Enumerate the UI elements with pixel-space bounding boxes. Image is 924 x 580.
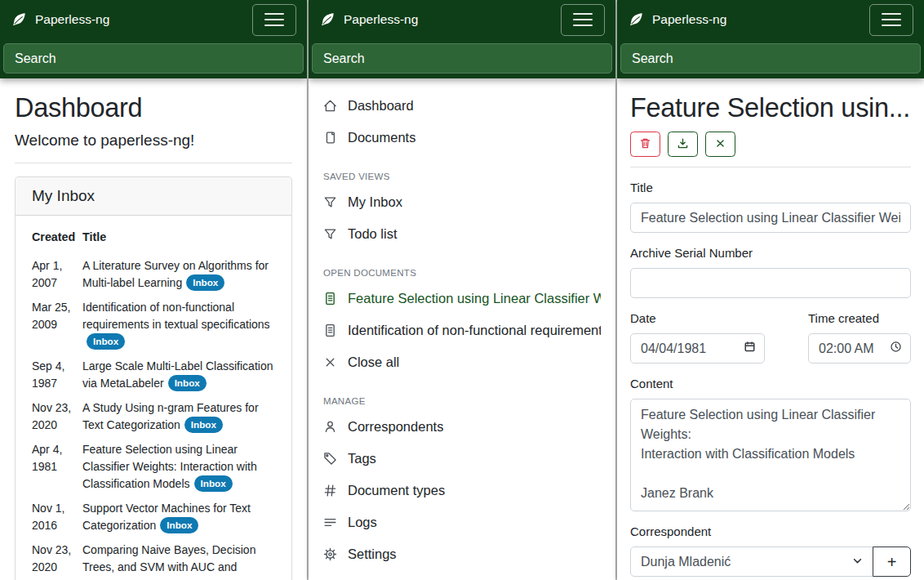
search-bar bbox=[0, 39, 307, 78]
menu-item-my-inbox[interactable]: My Inbox bbox=[309, 186, 615, 218]
menu-item-close-all[interactable]: Close all bbox=[309, 346, 615, 378]
document-title-text: Comparing Naive Bayes, Decision Trees, a… bbox=[82, 543, 255, 573]
menu-item-feature-selection-using-linear-classifier-weights-i[interactable]: Feature Selection using Linear Classifie… bbox=[309, 283, 615, 315]
feather-logo-icon bbox=[319, 11, 335, 28]
hamburger-icon bbox=[882, 13, 901, 26]
title-input[interactable] bbox=[630, 203, 911, 233]
asn-input[interactable] bbox=[630, 268, 911, 298]
menu-item-label: Correspondents bbox=[348, 419, 443, 435]
correspondent-label: Correspondent bbox=[630, 524, 911, 538]
navbar-top: Paperless-ng bbox=[617, 0, 924, 39]
table-row[interactable]: Mar 25, 2009Identification of non-functi… bbox=[32, 295, 275, 354]
filter-icon bbox=[323, 195, 337, 209]
chevron-down-icon bbox=[852, 555, 863, 569]
inbox-table: Created Title Apr 1, 2007A Literature Su… bbox=[32, 230, 275, 579]
inbox-tag-badge[interactable]: Inbox bbox=[168, 375, 207, 392]
menu-item-label: Document types bbox=[348, 483, 445, 498]
title-label: Title bbox=[630, 181, 911, 194]
created-cell: Nov 23, 2020 bbox=[32, 395, 82, 437]
asn-label: Archive Serial Number bbox=[630, 246, 911, 260]
document-toolbar bbox=[630, 132, 911, 157]
panel-document-editor: Paperless-ng Feature Selection usin... T… bbox=[617, 0, 924, 580]
table-row[interactable]: Sep 4, 1987Large Scale Multi-Label Class… bbox=[32, 354, 275, 395]
documents-icon bbox=[323, 131, 337, 145]
menu-item-logs[interactable]: Logs bbox=[309, 506, 615, 538]
saved-view-card: My Inbox Created Title Apr 1, 2007A Lite… bbox=[15, 176, 292, 580]
date-input[interactable]: 04/04/1981 bbox=[630, 333, 765, 364]
nav-menu: DashboardDocumentsSAVED VIEWSMy InboxTod… bbox=[309, 78, 615, 580]
table-row[interactable]: Nov 23, 2020Comparing Naive Bayes, Decis… bbox=[32, 538, 275, 579]
date-value: 04/04/1981 bbox=[641, 341, 739, 356]
title-cell: A Study Using n-gram Features for Text C… bbox=[82, 395, 275, 437]
menu-toggle-button[interactable] bbox=[561, 4, 605, 36]
menu-toggle-button[interactable] bbox=[252, 4, 296, 36]
content-textarea[interactable]: Feature Selection using Linear Classifie… bbox=[630, 399, 911, 511]
menu-section-header-saved-views: SAVED VIEWS bbox=[323, 172, 601, 181]
navbar: Paperless-ng bbox=[0, 0, 307, 78]
document-title-text: A Literature Survey on Algorithms for Mu… bbox=[82, 259, 269, 289]
brand-link[interactable]: Paperless-ng bbox=[319, 11, 418, 28]
document-title-heading: Feature Selection usin... bbox=[630, 93, 911, 123]
menu-item-admin[interactable]: Admin bbox=[309, 570, 615, 580]
menu-item-tags[interactable]: Tags bbox=[309, 443, 615, 475]
menu-item-label: Feature Selection using Linear Classifie… bbox=[348, 291, 601, 306]
inbox-tag-badge[interactable]: Inbox bbox=[194, 475, 233, 493]
table-row[interactable]: Nov 1, 2016Support Vector Machines for T… bbox=[32, 496, 275, 538]
filter-icon bbox=[323, 227, 337, 241]
card-body: Created Title Apr 1, 2007A Literature Su… bbox=[16, 216, 291, 580]
logs-icon bbox=[323, 515, 337, 529]
feather-logo-icon bbox=[11, 11, 27, 28]
document-title-text: A Study Using n-gram Features for Text C… bbox=[82, 401, 259, 431]
created-cell: Nov 1, 2016 bbox=[32, 496, 82, 538]
inbox-tag-badge[interactable]: Inbox bbox=[184, 417, 223, 434]
brand-link[interactable]: Paperless-ng bbox=[628, 11, 726, 28]
delete-button[interactable] bbox=[630, 132, 660, 157]
menu-item-correspondents[interactable]: Correspondents bbox=[309, 411, 615, 443]
created-cell: Apr 1, 2007 bbox=[32, 253, 82, 295]
menu-item-settings[interactable]: Settings bbox=[309, 538, 615, 570]
search-input[interactable] bbox=[3, 43, 304, 74]
table-row[interactable]: Nov 23, 2020A Study Using n-gram Feature… bbox=[32, 395, 275, 437]
add-correspondent-button[interactable]: + bbox=[873, 547, 911, 577]
table-row[interactable]: Apr 1, 2007A Literature Survey on Algori… bbox=[32, 253, 275, 295]
inbox-tag-badge[interactable]: Inbox bbox=[160, 517, 198, 534]
divider bbox=[15, 163, 292, 163]
document-title-text: Identification of non-functional require… bbox=[82, 301, 270, 331]
hash-icon bbox=[323, 484, 337, 497]
calendar-icon[interactable] bbox=[744, 341, 756, 356]
search-bar bbox=[617, 39, 924, 78]
created-cell: Apr 4, 1981 bbox=[32, 437, 82, 496]
menu-section-header-open-documents: OPEN DOCUMENTS bbox=[323, 268, 601, 278]
home-icon bbox=[323, 99, 337, 113]
download-button[interactable] bbox=[668, 132, 698, 157]
table-row[interactable]: Apr 4, 1981Feature Selection using Linea… bbox=[32, 437, 275, 496]
download-icon bbox=[677, 137, 689, 152]
navbar: Paperless-ng bbox=[309, 0, 615, 78]
navbar: Paperless-ng bbox=[617, 0, 924, 78]
menu-item-todo-list[interactable]: Todo list bbox=[309, 218, 615, 250]
search-input[interactable] bbox=[620, 43, 921, 74]
menu-item-document-types[interactable]: Document types bbox=[309, 475, 615, 506]
date-column: Date 04/04/1981 bbox=[630, 298, 765, 364]
inbox-tag-badge[interactable]: Inbox bbox=[186, 274, 224, 292]
menu-item-label: Identification of non-functional require… bbox=[348, 323, 601, 338]
panel-menu: Paperless-ng DashboardDocumentsSAVED VIE… bbox=[309, 0, 615, 580]
clock-icon[interactable] bbox=[890, 341, 902, 356]
person-icon bbox=[323, 420, 337, 434]
menu-item-dashboard[interactable]: Dashboard bbox=[309, 90, 615, 122]
menu-item-identification-of-non-functional-requirements-in-t[interactable]: Identification of non-functional require… bbox=[309, 315, 615, 346]
title-cell: Feature Selection using Linear Classifie… bbox=[82, 437, 275, 496]
menu-item-label: Settings bbox=[348, 547, 397, 562]
search-input[interactable] bbox=[312, 43, 612, 74]
search-bar bbox=[309, 39, 615, 78]
close-document-button[interactable] bbox=[705, 132, 735, 157]
time-input[interactable]: 02:00 AM bbox=[808, 333, 911, 364]
menu-item-label: Documents bbox=[348, 130, 415, 145]
menu-toggle-button[interactable] bbox=[869, 4, 913, 36]
inbox-tag-badge[interactable]: Inbox bbox=[87, 333, 125, 350]
menu-item-label: Close all bbox=[348, 355, 399, 370]
menu-item-documents[interactable]: Documents bbox=[309, 122, 615, 154]
correspondent-select[interactable]: Dunja Mladenić bbox=[630, 547, 873, 577]
page-title: Dashboard bbox=[15, 93, 292, 123]
brand-link[interactable]: Paperless-ng bbox=[11, 11, 109, 28]
